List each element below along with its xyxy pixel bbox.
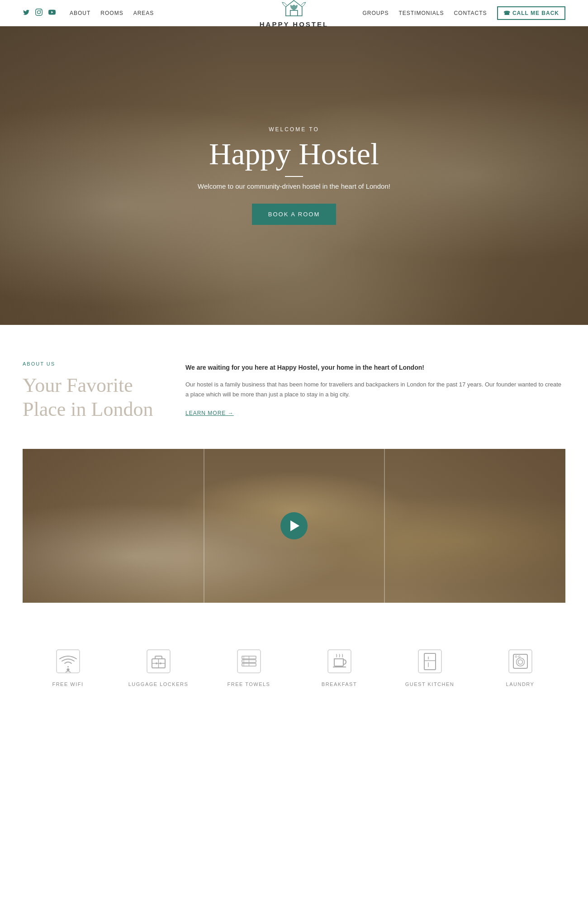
play-button[interactable] (280, 512, 308, 539)
book-room-button[interactable]: BOOK A ROOM (252, 204, 336, 225)
svg-point-1 (66, 668, 69, 671)
amenities-section: FREE WIFI LUGGAGE LOCKERS (0, 630, 588, 714)
nav-left: ABOUT ROOMS AREAS (23, 9, 154, 18)
video-section (23, 449, 565, 603)
amenity-lockers: LUGGAGE LOCKERS (127, 648, 190, 687)
call-me-back-button[interactable]: ☎ CALL ME BACK (497, 6, 565, 20)
navbar: ABOUT ROOMS AREAS HAPPY HOSTEL GROUPS TE… (0, 0, 588, 26)
towel-icon (235, 648, 262, 675)
svg-point-26 (518, 656, 520, 657)
hero-divider (285, 176, 303, 177)
nav-areas[interactable]: AREAS (133, 10, 154, 16)
towels-label: FREE TOWELS (228, 681, 270, 687)
kitchen-label: GUEST KITCHEN (405, 681, 455, 687)
wifi-icon (54, 648, 81, 675)
logo[interactable]: HAPPY HOSTEL (260, 0, 328, 28)
svg-point-6 (156, 662, 157, 664)
svg-point-7 (160, 662, 161, 664)
nav-links-left: ABOUT ROOMS AREAS (70, 10, 154, 16)
learn-more-link[interactable]: LEARN MORE → (185, 410, 234, 416)
youtube-icon[interactable] (48, 9, 56, 18)
svg-point-24 (518, 660, 522, 664)
about-right: We are waiting for you here at Happy Hos… (185, 361, 565, 417)
nav-about[interactable]: ABOUT (70, 10, 90, 16)
hero-section: WELCOME TO Happy Hostel Welcome to our c… (0, 26, 588, 325)
svg-rect-17 (424, 653, 436, 670)
amenity-wifi: FREE WIFI (36, 648, 100, 687)
nav-rooms[interactable]: ROOMS (100, 10, 123, 16)
amenity-laundry: LAUNDRY (488, 648, 552, 687)
laundry-icon (507, 648, 534, 675)
laundry-label: LAUNDRY (506, 681, 535, 687)
kitchen-icon (416, 648, 443, 675)
amenity-kitchen: GUEST KITCHEN (398, 648, 461, 687)
hero-subtitle: Welcome to our community-driven hostel i… (198, 182, 390, 190)
about-body-text: Our hostel is a family business that has… (185, 380, 565, 400)
hero-welcome-text: WELCOME TO (198, 126, 390, 133)
amenity-breakfast: BREAKFAST (308, 648, 371, 687)
svg-point-25 (515, 656, 517, 657)
hero-title: Happy Hostel (198, 137, 390, 171)
nav-right: GROUPS TESTIMONIALS CONTACTS ☎ CALL ME B… (362, 6, 565, 20)
wifi-label: FREE WIFI (52, 681, 83, 687)
about-heading-line1: Your Favorite (23, 374, 133, 396)
locker-icon (145, 648, 172, 675)
nav-testimonials[interactable]: TESTIMONIALS (398, 10, 444, 16)
svg-point-23 (516, 658, 524, 666)
logo-text: HAPPY HOSTEL (260, 20, 328, 28)
social-icons (23, 9, 56, 18)
about-left: ABOUT US Your Favorite Place in London (23, 361, 158, 422)
svg-rect-14 (328, 650, 351, 673)
nav-groups[interactable]: GROUPS (362, 10, 389, 16)
nav-contacts[interactable]: CONTACTS (454, 10, 487, 16)
svg-rect-21 (509, 650, 532, 673)
about-tag: ABOUT US (23, 361, 158, 367)
about-heading-line2: Place in London (23, 398, 153, 420)
breakfast-icon (326, 648, 353, 675)
instagram-icon[interactable] (35, 9, 43, 18)
twitter-icon[interactable] (23, 9, 30, 18)
amenity-towels: FREE TOWELS (217, 648, 280, 687)
nav-links-right: GROUPS TESTIMONIALS CONTACTS (362, 10, 487, 16)
about-heading: Your Favorite Place in London (23, 374, 158, 422)
about-intro: We are waiting for you here at Happy Hos… (185, 363, 565, 372)
breakfast-label: BREAKFAST (322, 681, 357, 687)
hero-content: WELCOME TO Happy Hostel Welcome to our c… (198, 126, 390, 225)
lockers-label: LUGGAGE LOCKERS (128, 681, 189, 687)
about-section: ABOUT US Your Favorite Place in London W… (0, 325, 588, 449)
